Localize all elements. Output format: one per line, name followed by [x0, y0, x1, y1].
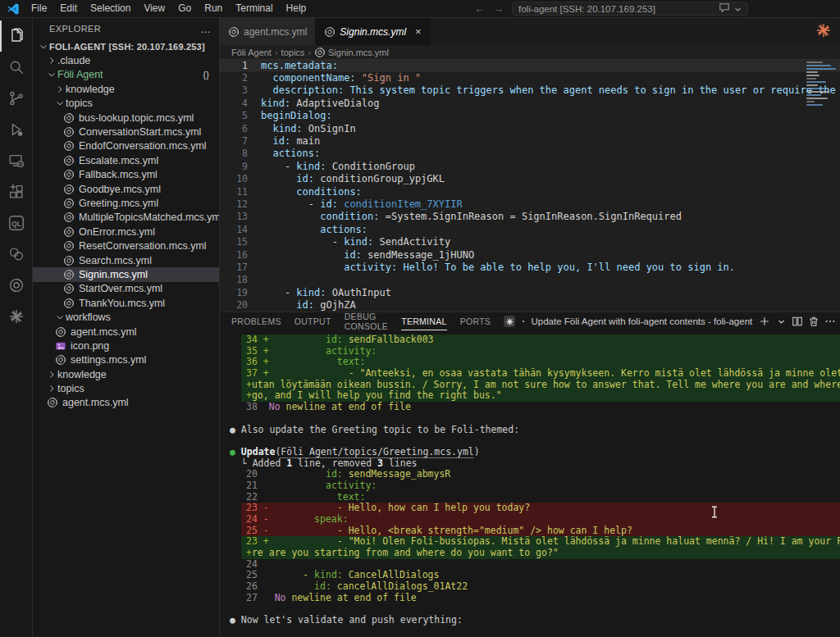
explorer-item-topics[interactable]: topics [33, 97, 219, 111]
explorer-item-signin.mcs.yml[interactable]: Signin.mcs.yml [33, 267, 219, 281]
explorer-item-.claude[interactable]: .claude [33, 53, 219, 67]
menu-selection[interactable]: Selection [84, 0, 137, 17]
code-line-19[interactable]: 19 - kind: OAuthInput [220, 286, 840, 298]
menu-terminal[interactable]: Terminal [229, 0, 279, 17]
line-content: condition: =System.SignInReason = SignIn… [261, 211, 682, 222]
code-line-4[interactable]: 4kind: AdaptiveDialog [220, 97, 840, 109]
code-line-3[interactable]: 3 description: This system topic trigger… [220, 84, 840, 97]
tab-agent-mcs-yml[interactable]: agent.mcs.yml [220, 18, 316, 45]
code-line-7[interactable]: 7 id: main [220, 134, 840, 147]
explorer-item-knowledge[interactable]: knowledge [33, 82, 219, 96]
minimap[interactable] [806, 61, 838, 107]
code-line-13[interactable]: 13 condition: =System.SignInReason = Sig… [220, 211, 840, 223]
more-actions-icon[interactable] [824, 315, 837, 328]
explorer-item-topics[interactable]: topics [33, 381, 219, 395]
nav-forward-icon[interactable]: → [493, 2, 504, 15]
code-line-9[interactable]: 9 - kind: ConditionGroup [220, 160, 840, 172]
code-line-17[interactable]: 17 activity: Hello! To be able to help y… [220, 261, 840, 273]
image-file-icon [54, 340, 67, 352]
explorer-item-thankyou.mcs.yml[interactable]: ThankYou.mcs.yml [33, 296, 219, 310]
line-content: actions: [261, 148, 320, 159]
chat-icon[interactable] [719, 2, 730, 16]
kill-terminal-icon[interactable] [807, 315, 820, 328]
panel-tab-terminal[interactable]: TERMINAL [401, 313, 447, 330]
breadcrumb-item[interactable]: Signin.mcs.yml [314, 47, 389, 58]
tab-signin-mcs-yml[interactable]: Signin.mcs.yml× [316, 18, 430, 45]
nav-back-icon[interactable]: ← [474, 2, 485, 15]
explorer-item-knowledge[interactable]: knowledge [33, 367, 219, 381]
terminal-line: +utan löytämään oikean bussin. / Sorry, … [241, 380, 840, 391]
menu-bar: FileEditSelectionViewGoRunTerminalHelp [25, 0, 313, 17]
activity-m365-agents-icon[interactable] [0, 270, 32, 301]
menu-edit[interactable]: Edit [53, 0, 84, 17]
code-line-15[interactable]: 15 - kind: SendActivity [220, 235, 840, 248]
explorer-item-multipletopicsmatched.mcs.yml[interactable]: MultipleTopicsMatched.mcs.yml [33, 211, 219, 225]
menu-run[interactable]: Run [198, 0, 229, 17]
code-line-16[interactable]: 16 id: sendMessage_1jHUNO [220, 248, 840, 261]
split-terminal-icon[interactable] [791, 315, 804, 328]
code-line-20[interactable]: 20 id: gOjhZA [220, 298, 840, 311]
code-line-14[interactable]: 14 actions: [220, 223, 840, 235]
explorer-item-settings.mcs.yml[interactable]: settings.mcs.yml [33, 353, 219, 367]
explorer-item-onerror.mcs.yml[interactable]: OnError.mcs.yml [33, 225, 219, 239]
explorer-item-greeting.mcs.yml[interactable]: Greeting.mcs.yml [33, 196, 219, 210]
explorer-more-actions-icon[interactable]: … [200, 23, 211, 35]
menu-go[interactable]: Go [171, 0, 198, 17]
launch-profile-icon[interactable] [774, 315, 788, 328]
item-label: ConversationStart.mcs.yml [79, 126, 201, 138]
explorer-item-endofconversation.mcs.yml[interactable]: EndofConversation.mcs.yml [33, 139, 219, 153]
vscode-window: FileEditSelectionViewGoRunTerminalHelp ←… [0, 0, 840, 637]
terminal-process-title[interactable]: Update Föli Agent with foli-agent conten… [531, 316, 752, 326]
activity-search-icon[interactable] [0, 52, 32, 83]
code-line-8[interactable]: 8 actions: [220, 148, 840, 160]
chevron-down-icon[interactable] [734, 2, 742, 16]
activity-explorer-icon[interactable] [0, 20, 32, 52]
code-line-2[interactable]: 2 componentName: "Sign in " [220, 71, 840, 84]
code-line-11[interactable]: 11 conditions: [220, 185, 840, 198]
line-number: 13 [220, 211, 261, 222]
explorer-item-fallback.mcs.yml[interactable]: Fallback.mcs.yml [33, 168, 219, 182]
command-center[interactable]: foli-agent [SSH: 20.107.169.253] [512, 2, 748, 16]
explorer-item-foli-agent-ssh-20.107.169.253-[interactable]: FOLI-AGENT [SSH: 20.107.169.253] [33, 39, 219, 53]
activity-source-control-icon[interactable] [0, 83, 32, 114]
activity-extensions-icon[interactable] [0, 176, 32, 207]
code-line-1[interactable]: 1mcs.metadata: [220, 59, 840, 71]
code-line-10[interactable]: 10 id: conditionGroup_ypjGKL [220, 173, 840, 185]
menu-help[interactable]: Help [280, 0, 313, 17]
code-line-18[interactable]: 18 [220, 274, 840, 286]
explorer-item-goodbye.mcs.yml[interactable]: Goodbye.mcs.yml [33, 182, 219, 196]
explorer-item-icon.png[interactable]: icon.png [33, 339, 219, 353]
explorer-item-workflows[interactable]: workflows [33, 310, 219, 324]
explorer-item-search.mcs.yml[interactable]: Search.mcs.yml [33, 253, 219, 267]
explorer-item-startover.mcs.yml[interactable]: StartOver.mcs.yml [33, 282, 219, 296]
explorer-item-conversationstart.mcs.yml[interactable]: ConversationStart.mcs.yml [33, 125, 219, 139]
activity-claude-icon[interactable] [0, 301, 32, 332]
close-icon[interactable]: × [415, 25, 422, 38]
explorer-item-escalate.mcs.yml[interactable]: Escalate.mcs.yml [33, 153, 219, 167]
terminal-output[interactable]: 34 + id: sendFallback00335 + activity:36… [220, 330, 840, 637]
activity-codeql-icon[interactable]: QL [0, 207, 32, 239]
menu-file[interactable]: File [25, 0, 53, 17]
panel-tab-ports[interactable]: PORTS [460, 313, 491, 330]
activity-copilot-icon[interactable] [0, 239, 32, 270]
explorer-item-f-li-agent[interactable]: Föli Agent{} [33, 68, 219, 82]
explorer-item-agent.mcs.yml[interactable]: agent.mcs.yml [33, 396, 219, 410]
breadcrumb-item[interactable]: topics [281, 48, 305, 57]
code-editor[interactable]: 1mcs.metadata:2 componentName: "Sign in … [220, 59, 840, 312]
mcs-file-icon [314, 47, 326, 58]
explorer-item-agent.mcs.yml[interactable]: agent.mcs.yml [33, 325, 219, 339]
breadcrumb-item[interactable]: Föli Agent [231, 48, 272, 57]
code-line-12[interactable]: 12 - id: conditionItem_7XYIIR [220, 198, 840, 210]
code-line-5[interactable]: 5beginDialog: [220, 110, 840, 122]
panel-tab-problems[interactable]: PROBLEMS [231, 313, 281, 330]
menu-view[interactable]: View [137, 0, 171, 17]
panel-tab-debug-console[interactable]: DEBUG CONSOLE [345, 313, 388, 330]
explorer-item-bus-lookup.topic.mcs.yml[interactable]: bus-lookup.topic.mcs.yml [33, 111, 219, 125]
activity-run-debug-icon[interactable] [0, 114, 32, 145]
activity-remote-explorer-icon[interactable] [0, 145, 32, 176]
panel-tab-output[interactable]: OUTPUT [294, 313, 331, 330]
code-line-6[interactable]: 6 kind: OnSignIn [220, 122, 840, 134]
explorer-item-resetconversation.mcs.yml[interactable]: ResetConversation.mcs.yml [33, 239, 219, 253]
new-terminal-icon[interactable] [758, 315, 771, 328]
claude-icon[interactable] [815, 22, 832, 42]
